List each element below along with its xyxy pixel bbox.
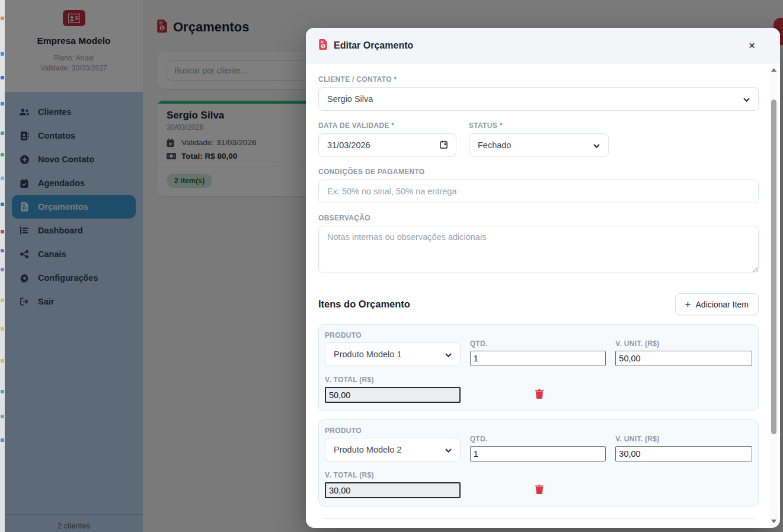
bookmark-icon[interactable] [1,76,4,79]
qty-input[interactable] [470,446,606,462]
bookmark-icon[interactable] [1,203,4,206]
bookmark-icon[interactable] [1,52,4,56]
bookmark-icon[interactable] [1,153,4,156]
bookmark-icon[interactable] [1,299,4,302]
bookmark-icon[interactable] [1,102,4,105]
date-label: DATA DE VALIDADE * [318,121,456,130]
total-value-input [325,387,461,403]
total-value-input [325,482,461,498]
items-section-title: Itens do Orçamento [318,299,410,310]
scroll-down-icon[interactable] [769,517,778,525]
product-select[interactable]: Produto Modelo 2 [325,438,461,462]
unit-value-label: V. UNIT. (R$) [615,435,752,443]
payment-terms-input[interactable] [318,180,759,203]
bookmark-icon[interactable] [1,230,4,233]
chevron-down-icon [593,140,600,150]
modal-title: Editar Orçamento [334,40,739,51]
client-select-value: Sergio Silva [327,94,373,104]
bookmark-icon[interactable] [1,268,4,271]
bookmark-icon[interactable] [1,415,4,418]
bookmarks-strip [0,0,5,532]
status-label: STATUS * [469,121,609,130]
chevron-down-icon [445,445,452,454]
date-input[interactable]: 31/03/2026 [318,133,456,157]
status-select[interactable]: Fechado [469,133,609,157]
bookmark-icon[interactable] [1,17,4,20]
qty-label: QTD. [470,339,606,348]
add-item-label: Adicionar Item [696,300,749,309]
total-value-label: V. TOTAL (R$) [325,471,461,479]
qty-input[interactable] [470,351,606,366]
notes-textarea[interactable] [318,226,759,273]
unit-value-input[interactable] [615,446,752,462]
calendar-icon [440,140,448,150]
delete-item-button[interactable] [535,485,544,496]
product-label: PRODUTO [325,427,461,435]
bookmark-icon[interactable] [1,249,4,252]
file-invoice-dollar-icon: $ [319,39,327,52]
notes-label: OBSERVAÇÃO [318,214,759,222]
status-select-value: Fechado [478,140,511,150]
close-icon[interactable]: × [745,39,759,52]
scroll-up-icon[interactable] [769,65,778,74]
qty-label: QTD. [470,435,606,443]
client-select[interactable]: Sergio Silva [318,87,759,111]
date-value: 31/03/2026 [327,140,370,150]
plus-icon: + [685,299,691,310]
product-select-value: Produto Modelo 2 [334,445,401,454]
product-label: PRODUTO [325,331,461,339]
chevron-down-icon [743,94,750,104]
trash-icon [535,487,544,496]
bookmark-icon[interactable] [1,177,4,180]
payment-terms-label: CONDIÇÕES DE PAGAMENTO [318,168,759,176]
bookmark-icon[interactable] [1,327,4,331]
scrollbar-thumb[interactable] [771,100,776,434]
unit-value-label: V. UNIT. (R$) [615,339,752,348]
bookmark-icon[interactable] [1,438,4,442]
product-select[interactable]: Produto Modelo 1 [325,342,461,366]
svg-text:$: $ [322,44,324,48]
product-select-value: Produto Modelo 1 [334,350,401,359]
total-value-label: V. TOTAL (R$) [325,376,461,384]
add-item-button[interactable]: + Adicionar Item [675,293,759,315]
bookmark-icon[interactable] [1,390,4,393]
footer-divider [322,518,755,519]
budget-item-row: PRODUTO Produto Modelo 1 QTD. V. UNIT. (… [318,324,759,411]
modal-body: CLIENTE / CONTATO * Sergio Silva DATA DE… [306,63,780,519]
edit-budget-modal: $ Editar Orçamento × CLIENTE / CONTATO *… [306,28,780,528]
bookmark-icon[interactable] [1,132,4,135]
budget-item-row: PRODUTO Produto Modelo 2 QTD. V. UNIT. (… [318,419,759,507]
trash-icon [535,392,544,400]
chevron-down-icon [445,350,452,359]
modal-header: $ Editar Orçamento × [306,28,780,63]
bookmark-icon[interactable] [1,359,4,363]
modal-scrollbar[interactable] [769,65,778,525]
unit-value-input[interactable] [615,351,752,366]
delete-item-button[interactable] [535,389,544,400]
client-label: CLIENTE / CONTATO * [318,75,759,84]
